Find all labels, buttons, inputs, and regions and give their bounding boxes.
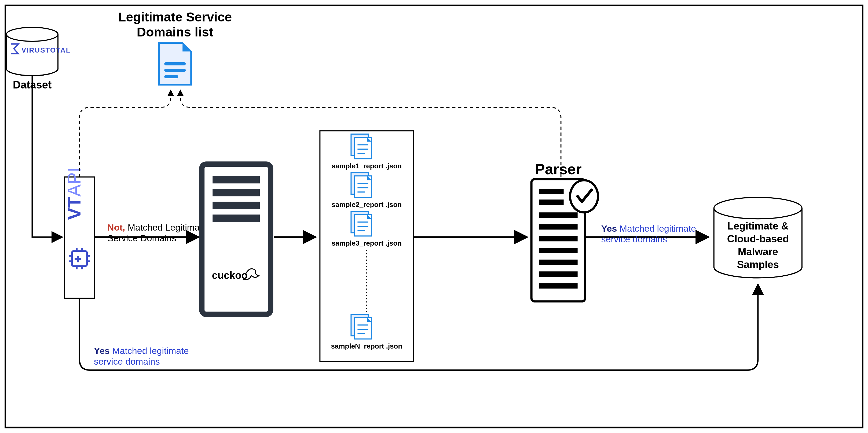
- parser-node: Parser: [531, 161, 598, 301]
- svg-rect-46: [539, 224, 578, 230]
- svg-rect-43: [539, 189, 564, 194]
- parser-title: Parser: [535, 161, 582, 177]
- domains-list-node: Legitimate Service Domains list: [118, 10, 232, 85]
- svg-rect-15: [164, 75, 178, 78]
- edge-parser-output-label: Yes Matched legitimate service domains: [601, 223, 699, 244]
- edge-vtapi-cuckoo-label: Not, Matched Legitimate Service Domains: [107, 222, 210, 243]
- vtapi-node: VTAPI: [64, 167, 94, 298]
- svg-rect-19: [213, 202, 260, 209]
- svg-rect-48: [539, 248, 578, 253]
- domains-list-title-1: Legitimate Service: [118, 10, 232, 24]
- edge-vtapi-domains: [80, 90, 170, 177]
- svg-rect-45: [539, 212, 578, 218]
- svg-point-1: [6, 27, 58, 41]
- document-icon: [159, 43, 191, 85]
- svg-rect-16: [202, 164, 271, 314]
- output-line3: Malware: [738, 246, 778, 257]
- edge-vtapi-output: [80, 284, 758, 370]
- file-icon: [351, 134, 371, 159]
- diagram-canvas: VIRUSTOTAL Dataset VTAPI Legitimate Serv…: [0, 0, 868, 433]
- cuckoo-label: cuckoo: [212, 270, 248, 281]
- report1-label: sample1_report .json: [332, 162, 402, 170]
- cuckoo-node: cuckoo: [202, 164, 271, 314]
- file-icon: [351, 173, 371, 197]
- svg-rect-18: [213, 189, 260, 196]
- edge-dataset-vtapi: [32, 76, 62, 237]
- check-icon: [570, 180, 598, 212]
- file-icon: [351, 314, 371, 339]
- file-icon: [351, 211, 371, 236]
- svg-rect-14: [164, 69, 186, 72]
- svg-rect-51: [539, 283, 578, 289]
- svg-rect-47: [539, 236, 578, 241]
- output-line1: Legitimate &: [727, 221, 788, 232]
- svg-point-52: [570, 180, 598, 212]
- output-line4: Samples: [737, 259, 779, 270]
- vtapi-gear-icon: [69, 248, 90, 269]
- svg-rect-13: [164, 62, 186, 65]
- dataset-node: VIRUSTOTAL Dataset: [6, 27, 71, 91]
- svg-rect-49: [539, 260, 578, 265]
- reportN-label: sampleN_report .json: [331, 342, 402, 350]
- svg-rect-17: [213, 176, 260, 184]
- edge-vtapi-output-label: Yes Matched legitimate service domains: [94, 345, 191, 367]
- reports-node: sample1_report .json sample2_report .jso…: [320, 131, 413, 361]
- domains-list-title-2: Domains list: [137, 25, 213, 39]
- svg-rect-50: [539, 271, 578, 277]
- dataset-brand: VIRUSTOTAL: [22, 46, 71, 54]
- output-line2: Cloud-based: [727, 233, 789, 244]
- svg-rect-20: [213, 214, 260, 222]
- report3-label: sample3_report .json: [332, 239, 402, 247]
- svg-rect-44: [539, 199, 564, 205]
- svg-point-54: [714, 197, 802, 219]
- svg-text:VTAPI: VTAPI: [64, 167, 84, 220]
- report2-label: sample2_report .json: [332, 201, 402, 209]
- output-node: Legitimate & Cloud-based Malware Samples: [714, 197, 802, 278]
